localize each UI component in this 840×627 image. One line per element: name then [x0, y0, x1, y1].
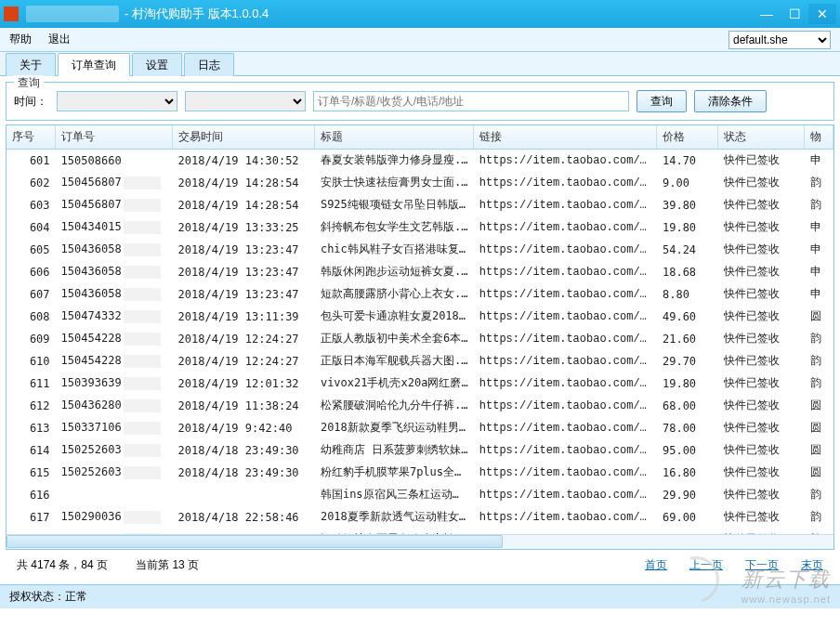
search-input[interactable] [313, 91, 629, 111]
table-row[interactable]: 6101504542282018/4/19 12:24:27正版日本海军舰载兵器… [7, 350, 833, 372]
titlebar: - 村淘代购助手 版本1.0.0.4 — ☐ ✕ [0, 0, 840, 28]
pager-prev[interactable]: 上一页 [689, 557, 723, 573]
horizontal-scrollbar[interactable] [7, 534, 833, 549]
auth-label: 授权状态： [9, 590, 65, 603]
maximize-button[interactable]: ☐ [781, 4, 808, 24]
order-table: 序号 订单号 交易时间 标题 链接 价格 状态 物 60115050866020… [6, 124, 834, 550]
menu-exit[interactable]: 退出 [48, 32, 71, 47]
query-legend: 查询 [14, 75, 44, 91]
col-ship[interactable]: 物 [805, 125, 833, 150]
col-order[interactable]: 订单号 [56, 125, 173, 150]
menubar: 帮助 退出 default.she [0, 28, 840, 52]
table-row[interactable]: 6051504360582018/4/19 13:23:47chic韩风鞋子女百… [7, 239, 833, 261]
menu-help[interactable]: 帮助 [9, 32, 32, 47]
col-price[interactable]: 价格 [657, 125, 718, 150]
pager-next[interactable]: 下一页 [745, 557, 779, 573]
table-row[interactable]: 6141502526032018/4/18 23:49:30幼稚商店 日系菠萝刺… [7, 439, 833, 462]
clear-button[interactable]: 清除条件 [694, 90, 767, 112]
window-title: - 村淘代购助手 版本1.0.0.4 [125, 6, 269, 22]
table-row[interactable]: 6131503371062018/4/19 9:42:402018新款夏季飞织运… [7, 417, 833, 439]
pager-current: 当前第 13 页 [136, 557, 199, 573]
tab-settings[interactable]: 设置 [132, 53, 182, 76]
auth-value: 正常 [65, 590, 87, 603]
col-time[interactable]: 交易时间 [173, 125, 315, 150]
table-row[interactable]: 6061504360582018/4/19 13:23:47韩版休闲跑步运动短裤… [7, 261, 833, 283]
statusbar: 授权状态：正常 [0, 584, 840, 608]
date-to-select[interactable] [185, 91, 306, 111]
table-row[interactable]: 6111503936392018/4/19 12:01:32vivox21手机壳… [7, 372, 833, 395]
pager: 共 4174 条，84 页 当前第 13 页 首页 上一页 下一页 末页 [6, 550, 834, 575]
pager-total: 共 4174 条，84 页 [17, 557, 108, 573]
query-panel: 查询 时间： 查询 清除条件 [6, 82, 834, 121]
time-label: 时间： [14, 94, 47, 110]
table-row[interactable]: 6171502900362018/4/18 22:58:462018夏季新款透气… [7, 506, 833, 529]
table-row[interactable]: 6031504568072018/4/19 14:28:54S925纯银项链女吊… [7, 194, 833, 216]
table-row[interactable]: 616韩国ins原宿风三条杠运动休...https://item.taobao.… [7, 484, 833, 506]
table-row[interactable]: 6091504542282018/4/19 12:24:27正版人教版初中美术全… [7, 328, 833, 350]
col-link[interactable]: 链接 [474, 125, 657, 150]
col-status[interactable]: 状态 [718, 125, 805, 150]
table-row[interactable]: 6021504568072018/4/19 14:28:54安肤士快速祛痘膏男女… [7, 172, 833, 194]
date-from-select[interactable] [57, 91, 177, 111]
app-name-masked [26, 6, 119, 22]
table-row[interactable]: 6121504362802018/4/19 11:38:24松紧腰破洞哈伦九分牛… [7, 395, 833, 417]
pager-first[interactable]: 首页 [645, 557, 667, 573]
table-row[interactable]: 6011505086602018/4/19 14:30:52春夏女装韩版弹力修身… [7, 150, 833, 172]
col-seq[interactable]: 序号 [7, 125, 56, 150]
tab-orders[interactable]: 订单查询 [58, 53, 130, 76]
table-row[interactable]: 6081504743322018/4/19 13:11:39包头可爱卡通凉鞋女夏… [7, 306, 833, 328]
tab-about[interactable]: 关于 [6, 53, 56, 76]
table-row[interactable]: 6151502526032018/4/18 23:49:30粉红豹手机膜苹果7p… [7, 462, 833, 484]
config-select[interactable]: default.she [728, 31, 831, 49]
close-button[interactable]: ✕ [808, 4, 836, 24]
pager-last[interactable]: 末页 [801, 557, 823, 573]
tab-log[interactable]: 日志 [184, 53, 234, 76]
table-row[interactable]: 6041504340152018/4/19 13:33:25斜挎帆布包女学生文艺… [7, 216, 833, 239]
app-icon [4, 7, 19, 21]
table-row[interactable]: 6071504360582018/4/19 13:23:47短款高腰露脐小背心上… [7, 283, 833, 306]
col-title[interactable]: 标题 [315, 125, 474, 150]
tab-bar: 关于 订单查询 设置 日志 [0, 52, 840, 76]
query-button[interactable]: 查询 [637, 90, 687, 112]
minimize-button[interactable]: — [753, 4, 781, 24]
